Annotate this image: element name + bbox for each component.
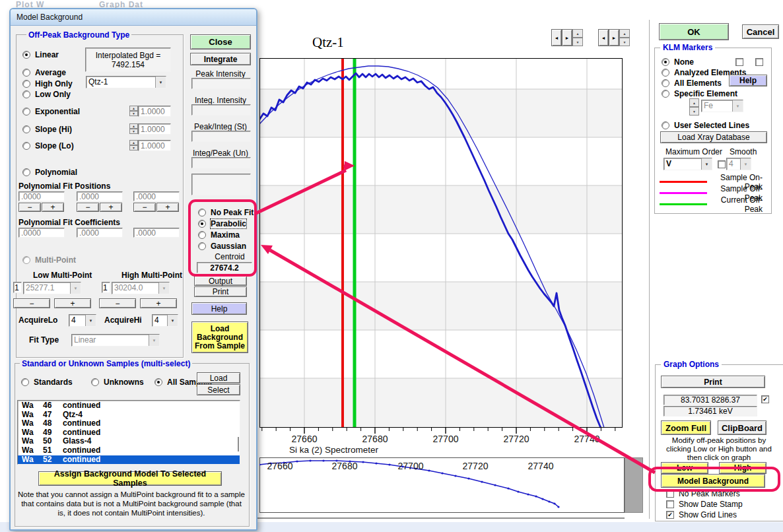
- print-button[interactable]: Print: [194, 286, 247, 297]
- radio-icon[interactable]: [662, 79, 669, 87]
- high-mp-minus-button[interactable]: −: [99, 298, 136, 308]
- smooth-checkbox[interactable]: [718, 160, 726, 168]
- spin-up-icon[interactable]: ▲: [572, 29, 583, 38]
- fit-type-select[interactable]: Linear▼: [71, 334, 160, 347]
- fit-pos-3-minus-button[interactable]: −: [133, 203, 156, 212]
- list-item[interactable]: Wa46continued: [18, 401, 240, 411]
- pan-left-button[interactable]: ◄: [551, 29, 562, 46]
- chevron-down-icon[interactable]: ▼: [85, 315, 96, 326]
- acquire-lo-select[interactable]: 4▼: [69, 314, 96, 327]
- load-xray-database-button[interactable]: Load Xray Database: [660, 131, 767, 143]
- klm-radio-specific[interactable]: Specific Element: [662, 89, 737, 98]
- graph-option-row[interactable]: No Peak Markers: [666, 488, 778, 499]
- wavescan-plot[interactable]: [259, 58, 623, 437]
- radio-icon[interactable]: [22, 51, 30, 59]
- radio-icon[interactable]: [22, 108, 30, 116]
- radio-icon[interactable]: [198, 231, 206, 239]
- output-button[interactable]: Output: [194, 276, 247, 286]
- dialog-titlebar[interactable]: Model Background: [11, 9, 256, 26]
- checkbox-icon[interactable]: [666, 500, 674, 508]
- chevron-down-icon[interactable]: ▼: [167, 315, 178, 326]
- list-item[interactable]: Wa49continued: [18, 428, 240, 438]
- radio-icon[interactable]: [662, 58, 669, 66]
- graph-option-row[interactable]: Show Grid Lines: [666, 510, 778, 520]
- checkbox-icon[interactable]: [666, 490, 674, 498]
- chevron-down-icon[interactable]: ▼: [732, 100, 743, 112]
- high-button[interactable]: High: [719, 462, 766, 474]
- list-item[interactable]: Wa52continued: [18, 455, 240, 465]
- fit-position-1[interactable]: .0000: [18, 191, 65, 201]
- exponential-value[interactable]: 1.0000: [138, 106, 171, 117]
- help-button[interactable]: Help: [191, 302, 247, 315]
- slope-lo-spinner[interactable]: ▲▼: [129, 140, 138, 150]
- pan-left-button[interactable]: ◄: [598, 29, 609, 46]
- cancel-button[interactable]: Cancel: [742, 24, 779, 39]
- chevron-down-icon[interactable]: ▼: [158, 283, 169, 294]
- overview-scroll-block[interactable]: [625, 457, 643, 513]
- radio-gaussian[interactable]: Gaussian: [198, 242, 246, 251]
- fit-position-2[interactable]: .0000: [77, 191, 123, 201]
- low-mp-plus-button[interactable]: +: [54, 298, 91, 308]
- graph-print-button[interactable]: Print: [661, 376, 765, 388]
- radio-icon[interactable]: [198, 209, 206, 216]
- radio-icon[interactable]: [22, 168, 30, 176]
- radio-no-peak-fit[interactable]: No Peak Fit: [198, 208, 254, 217]
- load-background-from-sample-button[interactable]: LoadBackgroundFrom Sample: [191, 321, 248, 353]
- radio-icon[interactable]: [22, 142, 30, 150]
- radio-high-only[interactable]: High Only: [22, 79, 73, 88]
- list-scrollbar[interactable]: [238, 437, 239, 451]
- radio-linear[interactable]: Linear: [22, 50, 59, 59]
- klm-help-button[interactable]: Help: [729, 75, 767, 86]
- fit-pos-1-plus-button[interactable]: +: [42, 203, 64, 212]
- element-spinner[interactable]: ▲ ▼: [689, 98, 699, 116]
- list-item[interactable]: Wa48continued: [18, 419, 240, 428]
- zoom-spinner[interactable]: ▲ ▼: [619, 29, 630, 46]
- model-background-button[interactable]: Model Background: [661, 474, 765, 488]
- exponential-spinner[interactable]: ▲▼: [129, 106, 138, 116]
- fit-coeff-1[interactable]: .0000: [18, 228, 65, 238]
- checkbox-icon[interactable]: [666, 511, 674, 519]
- radio-low-only[interactable]: Low Only: [22, 90, 71, 99]
- radio-icon[interactable]: [662, 69, 669, 77]
- radio-standards[interactable]: Standards: [21, 378, 73, 387]
- list-item[interactable]: Wa47Qtz-4: [18, 411, 240, 420]
- chevron-down-icon[interactable]: ▼: [155, 77, 166, 88]
- radio-icon[interactable]: [154, 378, 162, 386]
- radio-parabolic[interactable]: Parabolic: [198, 219, 246, 228]
- smooth-select[interactable]: 4 ▼: [726, 158, 751, 170]
- sample-list[interactable]: Wa46continuedWa47Qtz-4Wa48continuedWa49c…: [17, 400, 240, 465]
- high-mp-plus-button[interactable]: +: [140, 298, 177, 308]
- list-item[interactable]: Wa50Glass-4: [18, 437, 240, 446]
- clipboard-button[interactable]: ClipBoard: [718, 420, 766, 435]
- pan-right-button[interactable]: ►: [609, 29, 619, 46]
- fit-pos-2-plus-button[interactable]: +: [100, 203, 122, 212]
- radio-average[interactable]: Average: [22, 68, 66, 77]
- slope-hi-value[interactable]: 1.0000: [138, 123, 171, 135]
- maximum-order-select[interactable]: V ▼: [664, 158, 712, 170]
- spin-down-icon[interactable]: ▼: [572, 38, 583, 46]
- zoom-full-button[interactable]: Zoom Full: [661, 420, 711, 435]
- klm-radio-all[interactable]: All Elements: [662, 79, 722, 88]
- radio-icon[interactable]: [22, 80, 30, 88]
- sample-select-dropdown[interactable]: Qtz-1 ▼: [86, 76, 166, 88]
- chevron-down-icon[interactable]: ▼: [701, 158, 712, 170]
- pan-right-button[interactable]: ►: [562, 29, 572, 46]
- spin-up-icon[interactable]: ▲: [619, 29, 630, 38]
- graph-option-row[interactable]: Show Date Stamp: [666, 499, 778, 510]
- klm-checkbox-1[interactable]: [735, 58, 743, 66]
- klm-radio-user-lines[interactable]: User Selected Lines: [662, 121, 749, 130]
- radio-icon[interactable]: [22, 90, 30, 98]
- radio-icon[interactable]: [662, 121, 669, 129]
- radio-unknowns[interactable]: Unknowns: [91, 378, 144, 387]
- radio-icon[interactable]: [22, 69, 30, 77]
- load-button[interactable]: Load: [197, 372, 240, 383]
- chevron-down-icon[interactable]: ▼: [740, 158, 751, 170]
- slope-hi-spinner[interactable]: ▲▼: [129, 123, 138, 134]
- radio-icon[interactable]: [21, 378, 29, 386]
- spin-up-icon[interactable]: ▲: [689, 98, 699, 107]
- high-mp-select[interactable]: 30204.0▼: [112, 282, 170, 294]
- radio-exponential[interactable]: Exponential: [22, 107, 80, 116]
- radio-multi-point[interactable]: Multi-Point: [22, 255, 76, 265]
- radio-icon[interactable]: [22, 125, 30, 133]
- overview-plot[interactable]: 2766027680277002772027740: [259, 457, 625, 513]
